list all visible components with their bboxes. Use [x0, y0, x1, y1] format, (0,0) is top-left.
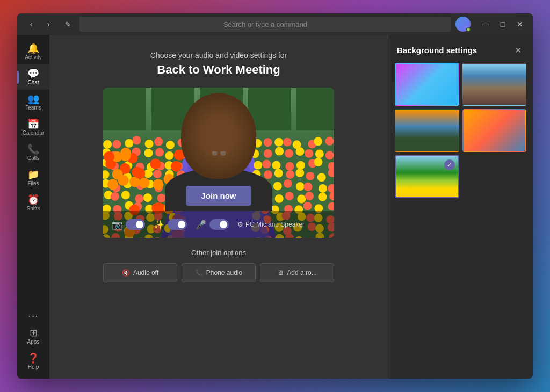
bg-thumbnail-4[interactable] [462, 109, 527, 152]
bg-panel-header: Background settings ✕ [388, 35, 533, 63]
sidebar-item-apps[interactable]: ⊞ Apps [17, 324, 49, 349]
bg-thumbnail-2[interactable] [462, 63, 527, 106]
sidebar-item-teams[interactable]: 👥 Teams [17, 90, 49, 115]
selected-check-icon: ✓ [444, 159, 455, 170]
meeting-setup: Choose your audio and video settings for… [49, 35, 388, 379]
join-now-button[interactable]: Join now [186, 186, 251, 206]
sidebar-item-shifts[interactable]: ⏰ Shifts [17, 191, 49, 216]
camera-icon: 📷 [112, 220, 122, 230]
bg-thumb-inner-3 [396, 110, 458, 151]
phone-icon: 📞 [195, 269, 203, 277]
bg-thumb-inner-4 [464, 110, 526, 151]
title-bar: ‹ › ✎ — □ ✕ [17, 13, 533, 35]
camera-toggle[interactable] [126, 219, 145, 230]
sidebar-label-shifts: Shifts [26, 206, 40, 212]
sidebar-label-calendar: Calendar [23, 130, 45, 136]
sidebar-label-apps: Apps [27, 339, 40, 345]
audio-off-button[interactable]: 🔇 Audio off [103, 263, 177, 282]
audio-device-label: PC Mic and Speaker [245, 221, 305, 228]
meeting-content: Choose your audio and video settings for… [49, 35, 388, 379]
phone-audio-label: Phone audio [206, 269, 242, 277]
video-preview: 👓 Join now 📷 ✨ [103, 88, 334, 238]
activity-icon: 🔔 [27, 43, 39, 53]
bg-thumbnail-3[interactable] [395, 109, 459, 152]
settings-icon: ⚙ [237, 221, 243, 228]
sidebar-label-files: Files [27, 180, 39, 186]
sidebar-label-calls: Calls [27, 155, 39, 161]
audio-off-icon: 🔇 [122, 269, 130, 277]
bg-thumbnail-grid: ✓ [388, 63, 533, 198]
bg-panel-title: Background settings [397, 46, 477, 55]
add-room-button[interactable]: 🖥 Add a ro... [260, 263, 334, 282]
avatar[interactable] [455, 17, 471, 32]
join-options-row: 🔇 Audio off 📞 Phone audio 🖥 Add a ro... [103, 263, 334, 282]
audio-off-label: Audio off [133, 269, 158, 277]
camera-control: 📷 [112, 219, 145, 230]
bg-thumbnail-5[interactable]: ✓ [395, 155, 459, 198]
mic-icon: 🎤 [196, 220, 206, 230]
meeting-title: Back to Work Meeting [150, 63, 287, 77]
phone-audio-button[interactable]: 📞 Phone audio [182, 263, 256, 282]
files-icon: 📁 [27, 170, 39, 179]
effects-toggle[interactable] [168, 219, 187, 230]
glasses-icon: 👓 [209, 144, 228, 162]
sidebar-label-help: Help [28, 364, 39, 370]
sidebar-item-files[interactable]: 📁 Files [17, 165, 49, 191]
window-controls: — □ ✕ [479, 18, 526, 31]
back-button[interactable]: ‹ [24, 17, 39, 32]
audio-device-selector[interactable]: ⚙ PC Mic and Speaker [237, 221, 305, 228]
sidebar-item-calendar[interactable]: 📅 Calendar [17, 115, 49, 140]
sidebar-label-activity: Activity [25, 54, 42, 60]
bg-thumbnail-1[interactable] [395, 63, 459, 106]
app-window: ‹ › ✎ — □ ✕ 🔔 Activity 💬 Chat � [17, 13, 533, 379]
maximize-button[interactable]: □ [496, 18, 509, 31]
meeting-subtitle: Choose your audio and video settings for [150, 51, 287, 60]
main-area: 🔔 Activity 💬 Chat 👥 Teams 📅 Calendar 📞 C… [17, 35, 533, 379]
other-options-title: Other join options [103, 249, 334, 257]
shifts-icon: ⏰ [27, 195, 39, 205]
bg-thumb-inner-2 [464, 64, 526, 105]
forward-button[interactable]: › [41, 17, 56, 32]
background-settings-panel: Background settings ✕ [388, 35, 533, 379]
edit-button[interactable]: ✎ [60, 17, 75, 32]
add-room-label: Add a ro... [287, 269, 316, 277]
status-indicator [466, 27, 471, 32]
bg-panel-scroll[interactable]: ✓ [388, 63, 533, 379]
bg-panel-close-button[interactable]: ✕ [511, 43, 524, 56]
mic-toggle[interactable] [209, 219, 229, 230]
meeting-title-area: Choose your audio and video settings for… [150, 51, 287, 77]
mic-control: 🎤 [196, 219, 229, 230]
teams-icon: 👥 [27, 94, 39, 104]
effects-icon: ✨ [154, 220, 164, 230]
minimize-button[interactable]: — [479, 18, 492, 31]
room-icon: 🖥 [277, 269, 284, 277]
sidebar-item-calls[interactable]: 📞 Calls [17, 140, 49, 165]
sidebar-item-help[interactable]: ❓ Help [17, 349, 49, 374]
nav-buttons: ‹ › [24, 17, 56, 32]
sidebar-label-teams: Teams [25, 105, 41, 111]
search-input[interactable] [79, 17, 451, 32]
sidebar-item-activity[interactable]: 🔔 Activity [17, 39, 49, 64]
sidebar-item-chat[interactable]: 💬 Chat [17, 64, 49, 90]
calendar-icon: 📅 [27, 119, 39, 129]
apps-icon: ⊞ [30, 328, 38, 338]
sidebar: 🔔 Activity 💬 Chat 👥 Teams 📅 Calendar 📞 C… [17, 35, 49, 379]
close-button[interactable]: ✕ [513, 18, 526, 31]
other-join-options: Other join options 🔇 Audio off 📞 Phone a… [103, 249, 334, 282]
effects-control: ✨ [154, 219, 187, 230]
video-controls-bar: 📷 ✨ 🎤 ⚙ PC Mic and [103, 211, 334, 238]
chat-icon: 💬 [27, 69, 39, 78]
calls-icon: 📞 [27, 144, 39, 154]
more-button[interactable]: ... [28, 303, 39, 324]
sidebar-label-chat: Chat [27, 79, 39, 85]
bg-thumb-inner-1 [396, 64, 458, 105]
help-icon: ❓ [27, 353, 39, 363]
face: 👓 [181, 93, 256, 179]
